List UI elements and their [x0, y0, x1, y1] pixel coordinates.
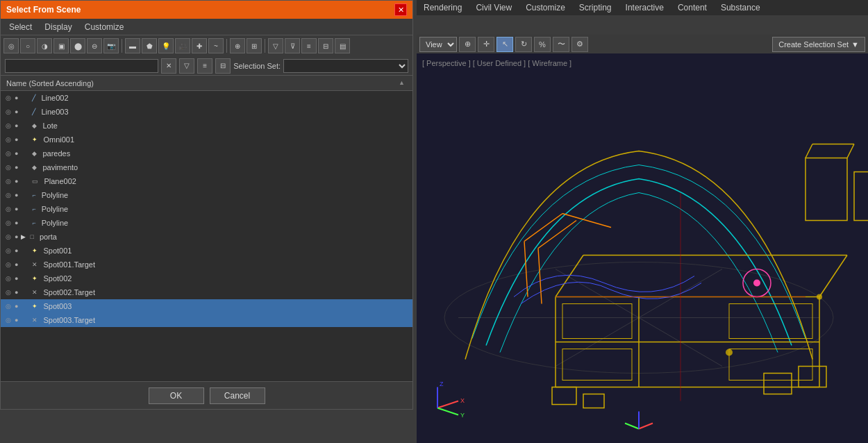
filter-hierarchy-btn[interactable]: ⊟ — [215, 58, 231, 74]
dialog-menu-customize[interactable]: Customize — [79, 21, 130, 33]
list-item[interactable]: ◎ ● ◆ paredes — [1, 147, 412, 160]
svg-text:X: X — [460, 397, 465, 404]
ok-button[interactable]: OK — [149, 387, 204, 404]
dialog-close-button[interactable]: ✕ — [394, 3, 407, 16]
tb-display-cameras-btn[interactable]: 🎥 — [175, 38, 190, 53]
item-label: Polyline — [42, 191, 69, 199]
list-item[interactable]: ◎ ● ▶ □ porta — [1, 230, 412, 244]
list-item[interactable]: ◎ ● ╱ Line002 — [1, 91, 412, 105]
tb-select-none-btn[interactable]: ○ — [20, 38, 35, 53]
selection-set-dropdown[interactable] — [283, 59, 408, 73]
toolbar-snap-btn[interactable]: ⊕ — [459, 37, 476, 52]
tb-select-all-btn[interactable]: ◎ — [3, 38, 19, 53]
dot-icon: ● — [15, 233, 18, 240]
toolbar-move-btn[interactable]: ✛ — [478, 37, 494, 52]
tb-camera-btn[interactable]: 📷 — [103, 38, 119, 53]
item-label: Spot002 — [43, 274, 72, 283]
toolbar-tools-btn[interactable]: ⚙ — [571, 37, 588, 52]
tb-subtraction-btn[interactable]: ⊖ — [87, 38, 102, 53]
filter-clear-btn[interactable]: ✕ — [161, 58, 176, 74]
dialog-title: Select From Scene — [6, 5, 81, 15]
menu-scripting[interactable]: Scripting — [572, 0, 619, 15]
list-item[interactable]: ◎ ● ✦ Spot003 — [1, 299, 412, 313]
svg-text:Z: Z — [440, 381, 444, 387]
tb-display-shapes-btn[interactable]: ⬟ — [142, 38, 157, 53]
item-visibility-icons: ◎ ● — [3, 316, 18, 324]
dot-icon: ● — [15, 136, 18, 143]
eye-icon: ◎ — [3, 260, 13, 269]
eye-icon: ◎ — [3, 108, 13, 116]
cancel-button[interactable]: Cancel — [210, 387, 265, 404]
list-item[interactable]: ◎ ● ◆ Lote — [1, 119, 412, 133]
create-selection-set-button[interactable]: Create Selection Set ▼ — [772, 37, 865, 52]
tb-filter-types-btn[interactable]: ⊽ — [285, 38, 300, 53]
eye-icon: ◎ — [3, 191, 13, 199]
tb-select-invert-btn[interactable]: ◑ — [37, 38, 52, 53]
tb-cases-btn[interactable]: ▤ — [335, 38, 350, 53]
list-item[interactable]: ◎ ● ╱ Line003 — [1, 105, 412, 119]
dot-icon: ● — [15, 275, 18, 282]
menu-customize[interactable]: Customize — [519, 0, 572, 15]
eye-icon: ◎ — [3, 274, 13, 283]
toolbar-rotate-btn[interactable]: ↻ — [515, 37, 532, 52]
tb-select-by-color-btn[interactable]: ⬤ — [70, 38, 85, 53]
tb-expand-btn[interactable]: ⊕ — [230, 38, 245, 53]
list-item[interactable]: ◎ ● ⌐ Polyline — [1, 202, 412, 216]
dialog-menu-select[interactable]: Select — [3, 21, 37, 33]
tb-display-helpers-btn[interactable]: ✚ — [192, 38, 207, 53]
item-label: Spot001.Target — [43, 260, 95, 269]
menu-interactive[interactable]: Interactive — [619, 0, 671, 15]
object-list-container[interactable]: ◎ ● ╱ Line002 ◎ ● ╱ Line003 ◎ ● ◆ Lote ◎… — [1, 91, 412, 381]
toolbar-select-btn[interactable]: ↖ — [496, 37, 513, 52]
tb-display-spacewarps-btn[interactable]: ~ — [208, 38, 224, 53]
list-item[interactable]: ◎ ● ◆ pavimento — [1, 160, 412, 174]
item-visibility-icons: ◎ ● — [3, 246, 18, 255]
tb-hierarchy-btn[interactable]: ⊟ — [318, 38, 333, 53]
sort-ascending-icon[interactable]: ▲ — [399, 79, 407, 87]
list-item[interactable]: ◎ ● ⌐ Polyline — [1, 216, 412, 230]
menu-substance[interactable]: Substance — [714, 0, 767, 15]
list-item[interactable]: ◎ ● ✦ Spot002 — [1, 271, 412, 285]
tb-display-lights-btn[interactable]: 💡 — [158, 38, 174, 53]
svg-text:Y: Y — [460, 412, 465, 419]
item-label: pavimento — [42, 163, 78, 172]
item-label: Line003 — [41, 108, 68, 116]
tb-sep2 — [226, 39, 227, 53]
item-visibility-icons: ◎ ● — [3, 122, 18, 130]
filter-funnel-btn[interactable]: ▽ — [179, 58, 194, 74]
eye-icon: ◎ — [3, 302, 13, 310]
toolbar-squiggle-btn[interactable]: 〜 — [553, 37, 569, 52]
dot-icon: ● — [15, 303, 18, 310]
dialog-menu-display[interactable]: Display — [39, 21, 77, 33]
filter-layers-btn[interactable]: ≡ — [197, 58, 212, 74]
view-dropdown[interactable]: View — [419, 37, 457, 52]
item-visibility-icons: ◎ ● — [3, 191, 18, 199]
menu-content[interactable]: Content — [671, 0, 714, 15]
expand-triangle-icon[interactable]: ▶ — [21, 233, 26, 240]
tb-collapse-btn[interactable]: ⊞ — [247, 38, 262, 53]
list-item[interactable]: ◎ ● ✕ Spot001.Target — [1, 258, 412, 271]
filter-search-input[interactable] — [5, 59, 158, 73]
tb-display-geo-btn[interactable]: ▬ — [125, 38, 140, 53]
tb-sep1 — [122, 39, 122, 53]
tb-sep3 — [265, 39, 265, 53]
main-menu-bar: Rendering Civil View Customize Scripting… — [417, 0, 868, 15]
item-label: Plane002 — [44, 177, 76, 185]
item-visibility-icons: ◎ ● — [3, 233, 18, 241]
list-item[interactable]: ◎ ● ✕ Spot002.Target — [1, 285, 412, 299]
list-item[interactable]: ◎ ● ✕ Spot003.Target — [1, 313, 412, 327]
list-item[interactable]: ◎ ● ▭ Plane002 — [1, 174, 412, 188]
tb-filter-btn[interactable]: ▽ — [268, 38, 283, 53]
list-item[interactable]: ◎ ● ✦ Spot001 — [1, 244, 412, 258]
svg-rect-0 — [417, 54, 868, 443]
svg-point-29 — [753, 280, 760, 287]
tb-layers-btn[interactable]: ≡ — [301, 38, 317, 53]
eye-icon: ◎ — [3, 149, 13, 158]
list-item[interactable]: ◎ ● ✦ Omni001 — [1, 133, 412, 147]
svg-point-30 — [726, 349, 733, 356]
menu-civil-view[interactable]: Civil View — [469, 0, 519, 15]
toolbar-percent-btn[interactable]: % — [534, 37, 551, 52]
tb-select-by-name-btn[interactable]: ▣ — [53, 38, 69, 53]
list-item[interactable]: ◎ ● ⌐ Polyline — [1, 188, 412, 202]
menu-rendering[interactable]: Rendering — [417, 0, 469, 15]
